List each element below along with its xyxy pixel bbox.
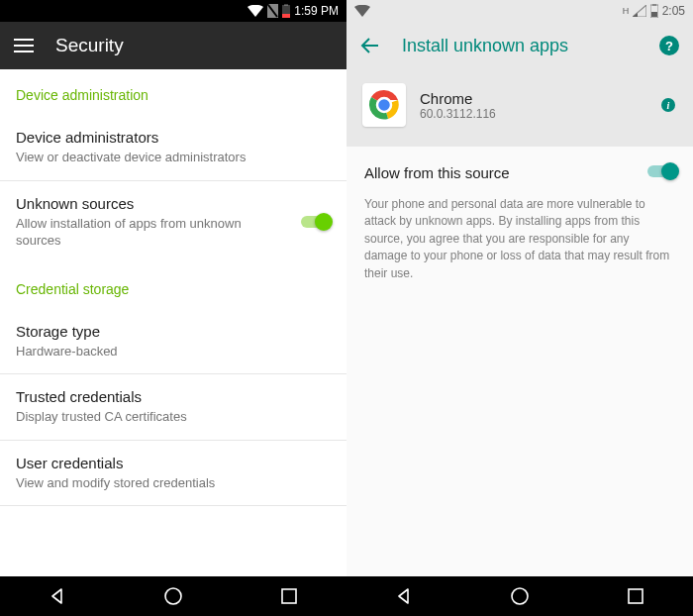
app-name: Chrome xyxy=(420,90,496,107)
nav-home[interactable] xyxy=(144,576,203,616)
setting-device-administrators[interactable]: Device administrators View or deactivate… xyxy=(0,115,346,181)
setting-allow-from-source[interactable]: Allow from this source xyxy=(346,147,693,196)
setting-subtitle: View and modify stored credentials xyxy=(16,474,331,492)
setting-subtitle: View or deactivate device administrators xyxy=(16,149,331,166)
app-info-row: Chrome 60.0.3112.116 i xyxy=(346,69,693,147)
setting-title: Storage type xyxy=(16,323,331,340)
battery-icon xyxy=(282,4,290,18)
settings-list: Device administration Device administrat… xyxy=(0,69,346,576)
no-sim-icon xyxy=(267,4,278,18)
svg-point-7 xyxy=(165,588,181,604)
setting-description: Your phone and personal data are more vu… xyxy=(346,196,693,282)
app-text: Chrome 60.0.3112.116 xyxy=(420,90,496,121)
status-bar: H 2:05 xyxy=(346,0,693,22)
svg-rect-8 xyxy=(282,589,296,603)
status-bar: 1:59 PM xyxy=(0,0,346,22)
page-title: Install unknown apps xyxy=(402,36,568,56)
help-icon[interactable]: ? xyxy=(659,36,679,55)
svg-point-16 xyxy=(512,588,528,604)
app-version: 60.0.3112.116 xyxy=(420,107,496,121)
page-title: Security xyxy=(55,35,124,56)
setting-subtitle: Hardware-backed xyxy=(16,343,331,360)
battery-icon xyxy=(650,4,658,18)
setting-title: Device administrators xyxy=(16,129,331,146)
setting-user-credentials[interactable]: User credentials View and modify stored … xyxy=(0,441,346,507)
status-time: 1:59 PM xyxy=(294,4,339,18)
nav-back[interactable] xyxy=(28,576,87,616)
svg-rect-2 xyxy=(284,4,288,6)
phone-install-unknown-apps: H 2:05 Install unknown apps ? xyxy=(346,0,693,616)
svg-rect-3 xyxy=(282,14,290,18)
back-arrow-icon[interactable] xyxy=(360,37,380,54)
setting-trusted-credentials[interactable]: Trusted credentials Display trusted CA c… xyxy=(0,374,346,441)
status-time: 2:05 xyxy=(662,4,685,18)
nav-recent[interactable] xyxy=(606,576,665,616)
info-icon[interactable]: i xyxy=(661,98,675,112)
nav-bar xyxy=(346,576,693,616)
section-header-credential-storage: Credential storage xyxy=(0,263,346,309)
setting-subtitle: Allow installation of apps from unknown … xyxy=(16,215,287,250)
setting-title: User credentials xyxy=(16,455,331,471)
toggle-switch[interactable] xyxy=(299,212,333,232)
setting-storage-type[interactable]: Storage type Hardware-backed xyxy=(0,309,346,375)
phone-security-settings: 1:59 PM Security Device administration D… xyxy=(0,0,346,616)
app-bar: Security xyxy=(0,22,346,69)
svg-rect-17 xyxy=(629,589,643,603)
setting-title: Trusted credentials xyxy=(16,388,331,405)
wifi-icon xyxy=(248,5,263,17)
setting-subtitle: Display trusted CA certificates xyxy=(16,408,331,426)
nav-home[interactable] xyxy=(490,576,549,616)
app-bar: Install unknown apps ? xyxy=(346,22,693,69)
settings-content: Allow from this source Your phone and pe… xyxy=(346,147,693,576)
setting-title: Unknown sources xyxy=(16,195,287,212)
setting-unknown-sources[interactable]: Unknown sources Allow installation of ap… xyxy=(0,181,346,263)
nav-bar xyxy=(0,576,346,616)
svg-rect-11 xyxy=(651,12,657,17)
network-type-icon: H xyxy=(623,6,629,16)
wifi-icon xyxy=(354,5,370,17)
section-header-device-admin: Device administration xyxy=(0,69,346,115)
toggle-switch[interactable] xyxy=(645,161,679,181)
setting-title: Allow from this source xyxy=(364,164,675,181)
nav-recent[interactable] xyxy=(259,576,319,616)
menu-icon[interactable] xyxy=(14,39,34,52)
signal-icon xyxy=(633,5,646,17)
svg-rect-10 xyxy=(652,4,656,6)
nav-back[interactable] xyxy=(374,576,434,616)
chrome-icon xyxy=(362,83,406,127)
